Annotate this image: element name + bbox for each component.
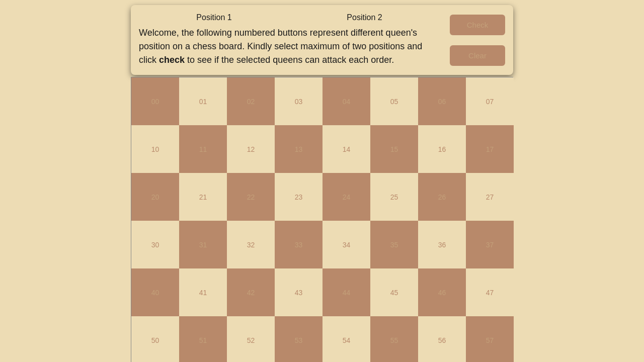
board-cell-44[interactable]: 44	[323, 268, 370, 316]
check-button[interactable]: Check	[450, 15, 505, 35]
board-cell-30[interactable]: 30	[131, 221, 179, 268]
positions-area: Position 1 Position 2 Welcome, the follo…	[139, 13, 440, 67]
description-text: Welcome, the following numbered buttons …	[139, 26, 440, 67]
board-row: 1011121314151617	[131, 125, 513, 173]
board-cell-36[interactable]: 36	[418, 221, 466, 268]
board-cell-46[interactable]: 46	[418, 268, 466, 316]
board-cell-33[interactable]: 33	[275, 221, 323, 268]
board-cell-17[interactable]: 17	[466, 125, 514, 173]
board-cell-56[interactable]: 56	[418, 316, 466, 362]
board-cell-40[interactable]: 40	[131, 268, 179, 316]
position2-label: Position 2	[289, 13, 440, 22]
board-cell-04[interactable]: 04	[323, 77, 370, 125]
board-cell-42[interactable]: 42	[227, 268, 275, 316]
board-cell-13[interactable]: 13	[275, 125, 323, 173]
board-cell-05[interactable]: 05	[370, 77, 418, 125]
board-cell-32[interactable]: 32	[227, 221, 275, 268]
position1-label: Position 1	[139, 13, 289, 22]
board-cell-53[interactable]: 53	[275, 316, 323, 362]
board-cell-54[interactable]: 54	[323, 316, 370, 362]
board-cell-06[interactable]: 06	[418, 77, 466, 125]
board-cell-01[interactable]: 01	[179, 77, 227, 125]
board-cell-03[interactable]: 03	[275, 77, 323, 125]
board-cell-12[interactable]: 12	[227, 125, 275, 173]
board-cell-16[interactable]: 16	[418, 125, 466, 173]
board-cell-37[interactable]: 37	[466, 221, 514, 268]
board-row: 4041424344454647	[131, 268, 513, 316]
board-cell-14[interactable]: 14	[323, 125, 370, 173]
board-cell-57[interactable]: 57	[466, 316, 514, 362]
clear-button[interactable]: Clear	[450, 45, 505, 66]
board-cell-24[interactable]: 24	[323, 173, 370, 221]
board-cell-20[interactable]: 20	[131, 173, 179, 221]
board-cell-26[interactable]: 26	[418, 173, 466, 221]
board-cell-41[interactable]: 41	[179, 268, 227, 316]
info-panel: Position 1 Position 2 Welcome, the follo…	[131, 5, 513, 75]
board-row: 0001020304050607	[131, 77, 513, 125]
board-row: 2021222324252627	[131, 173, 513, 221]
board-cell-02[interactable]: 02	[227, 77, 275, 125]
board-cell-52[interactable]: 52	[227, 316, 275, 362]
board-cell-10[interactable]: 10	[131, 125, 179, 173]
board-cell-00[interactable]: 00	[131, 77, 179, 125]
board-cell-31[interactable]: 31	[179, 221, 227, 268]
board-cell-21[interactable]: 21	[179, 173, 227, 221]
board-cell-34[interactable]: 34	[323, 221, 370, 268]
board-cell-43[interactable]: 43	[275, 268, 323, 316]
board-cell-25[interactable]: 25	[370, 173, 418, 221]
board-cell-35[interactable]: 35	[370, 221, 418, 268]
board-cell-47[interactable]: 47	[466, 268, 514, 316]
board-cell-45[interactable]: 45	[370, 268, 418, 316]
board-cell-50[interactable]: 50	[131, 316, 179, 362]
board-cell-15[interactable]: 15	[370, 125, 418, 173]
buttons-area: Check Clear	[440, 13, 505, 67]
board-cell-22[interactable]: 22	[227, 173, 275, 221]
board-row: 5051525354555657	[131, 316, 513, 362]
chess-board: 0001020304050607101112131415161720212223…	[131, 77, 513, 362]
board-cell-23[interactable]: 23	[275, 173, 323, 221]
position-labels: Position 1 Position 2	[139, 13, 440, 22]
board-cell-51[interactable]: 51	[179, 316, 227, 362]
board-cell-27[interactable]: 27	[466, 173, 514, 221]
board-cell-11[interactable]: 11	[179, 125, 227, 173]
board-cell-55[interactable]: 55	[370, 316, 418, 362]
board-cell-07[interactable]: 07	[466, 77, 514, 125]
board-row: 3031323334353637	[131, 221, 513, 268]
